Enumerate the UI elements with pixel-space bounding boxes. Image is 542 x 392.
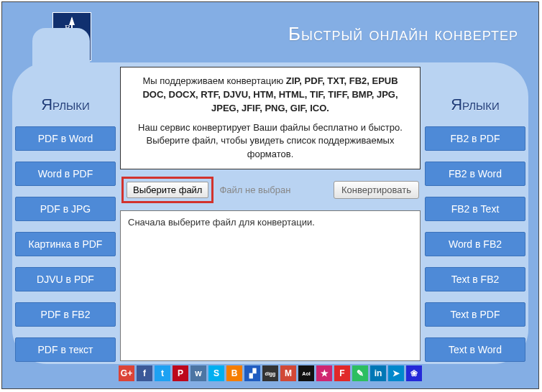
- social-gmail-icon[interactable]: M: [280, 365, 296, 381]
- nav-fb2-to-text[interactable]: FB2 в Text: [425, 197, 525, 221]
- nav-fb2-to-word[interactable]: FB2 в Word: [425, 162, 525, 186]
- social-aol-icon[interactable]: Aol: [298, 365, 314, 381]
- nav-word-to-fb2[interactable]: Word в FB2: [425, 232, 525, 256]
- nav-fb2-to-pdf[interactable]: FB2 в PDF: [425, 126, 525, 151]
- info-line2: Наш сервис конвертирует Ваши файлы беспл…: [131, 121, 410, 162]
- social-favorite-icon[interactable]: ★: [316, 365, 332, 381]
- social-twitter-icon[interactable]: t: [155, 365, 170, 381]
- svg-marker-2: [69, 48, 75, 57]
- social-baidu-icon[interactable]: ❀: [406, 365, 422, 381]
- file-status: Файл не выбран: [219, 185, 290, 195]
- social-pinterest-icon[interactable]: P: [173, 365, 188, 381]
- file-picker-row: Выберите файл Файл не выбран Конвертиров…: [120, 177, 421, 203]
- logo: B W: [52, 12, 91, 61]
- social-blogger-icon[interactable]: B: [226, 365, 242, 381]
- nav-text-to-word[interactable]: Text в Word: [425, 337, 525, 362]
- page-title: Быстрый онлайн конвертер: [288, 23, 518, 45]
- social-facebook-icon[interactable]: f: [137, 365, 152, 381]
- nav-word-to-pdf[interactable]: Word в PDF: [15, 162, 116, 186]
- nav-text-to-fb2[interactable]: Text в FB2: [425, 267, 525, 291]
- convert-button[interactable]: Конвертировать: [334, 181, 419, 199]
- choose-file-button[interactable]: Выберите файл: [127, 182, 208, 198]
- social-delicious-icon[interactable]: ▞: [244, 365, 260, 381]
- social-google-plus-icon[interactable]: G+: [119, 365, 134, 381]
- main-panel: Мы поддерживаем конвертацию ZIP, PDF, TX…: [120, 67, 421, 361]
- output-placeholder: Сначала выберите файл для конвертации.: [128, 217, 315, 228]
- nav-pdf-to-fb2[interactable]: PDF в FB2: [15, 302, 116, 327]
- social-linkedin-icon[interactable]: in: [370, 365, 386, 381]
- svg-text:W: W: [75, 39, 83, 49]
- nav-djvu-to-pdf[interactable]: DJVU в PDF: [15, 267, 116, 291]
- choose-file-highlight: Выберите файл: [121, 177, 213, 203]
- social-evernote-icon[interactable]: ✎: [352, 365, 368, 381]
- social-flipboard-icon[interactable]: F: [334, 365, 350, 381]
- social-skype-icon[interactable]: S: [208, 365, 224, 381]
- social-bar: G+ftPwSB▞diggMAol★F✎in➤❀: [2, 365, 538, 381]
- nav-pdf-to-jpg[interactable]: PDF в JPG: [15, 197, 116, 221]
- social-digg-icon[interactable]: digg: [262, 365, 278, 381]
- nav-image-to-pdf[interactable]: Картинка в PDF: [15, 232, 116, 256]
- info-prefix: Мы поддерживаем конвертацию: [142, 75, 285, 86]
- sidebar-left-title: Ярлыки: [15, 95, 116, 114]
- output-area: Сначала выберите файл для конвертации.: [120, 210, 421, 361]
- social-telegram-icon[interactable]: ➤: [388, 365, 404, 381]
- sidebar-right-title: Ярлыки: [425, 95, 525, 114]
- social-vk-icon[interactable]: w: [190, 365, 206, 381]
- nav-text-to-pdf[interactable]: Text в PDF: [425, 302, 525, 327]
- info-box: Мы поддерживаем конвертацию ZIP, PDF, TX…: [120, 67, 421, 169]
- sidebar-right: Ярлыки FB2 в PDF FB2 в Word FB2 в Text W…: [425, 67, 525, 361]
- nav-pdf-to-word[interactable]: PDF в Word: [15, 126, 116, 151]
- nav-pdf-to-text[interactable]: PDF в текст: [15, 337, 116, 362]
- sidebar-left: Ярлыки PDF в Word Word в PDF PDF в JPG К…: [15, 67, 116, 361]
- svg-text:B: B: [65, 23, 70, 33]
